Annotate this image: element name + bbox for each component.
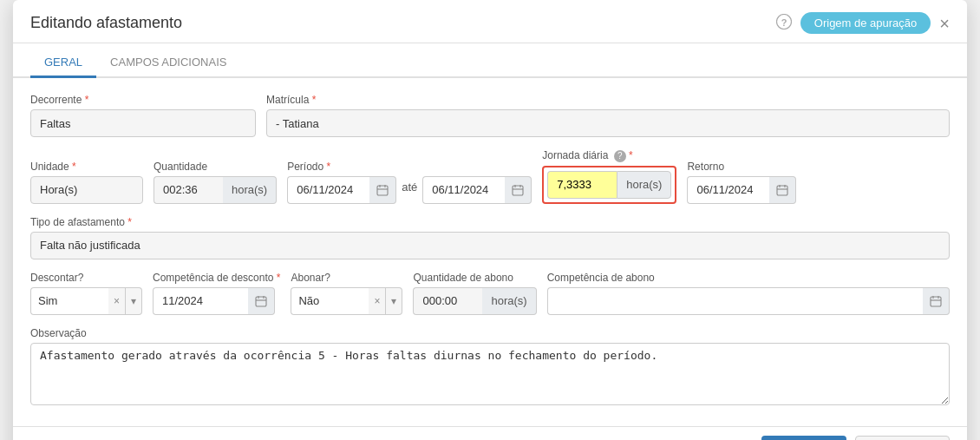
abonar-clear-button[interactable]: × (369, 287, 386, 315)
competencia-abono-input[interactable] (547, 287, 923, 315)
competencia-desconto-label: Competência de desconto (153, 272, 280, 284)
retorno-label: Retorno (687, 161, 796, 173)
jornada-addon: hora(s) (617, 171, 671, 199)
observacao-textarea[interactable] (30, 343, 950, 405)
help-icon[interactable]: ? (776, 14, 792, 33)
quantidade-input[interactable] (154, 176, 223, 204)
row-desconto: Descontar? Sim Não × ▾ Competência de de… (30, 272, 950, 315)
group-unidade: Unidade (30, 161, 143, 204)
group-qtd-abono: Quantidade de abono hora(s) (413, 272, 536, 315)
tipo-label: Tipo de afastamento (30, 216, 950, 228)
modal-editando-afastamento: Editando afastamento ? Origem de apuraçã… (13, 0, 967, 440)
qtd-abono-label: Quantidade de abono (413, 272, 536, 284)
salvar-button[interactable]: SALVAR (761, 436, 847, 441)
tab-campos-adicionais[interactable]: CAMPOS ADICIONAIS (96, 47, 240, 78)
competencia-desconto-group (153, 287, 280, 315)
row-decorrente-matricula: Decorrente Matrícula (30, 94, 950, 137)
qtd-abono-input[interactable] (413, 287, 482, 315)
tab-geral[interactable]: GERAL (30, 47, 96, 78)
qtd-abono-group: hora(s) (413, 287, 536, 315)
competencia-abono-label: Competência de abono (547, 272, 950, 284)
abonar-select[interactable]: Não Sim (291, 287, 369, 315)
modal-body: Decorrente Matrícula Unidade Quantidade … (13, 78, 967, 426)
qtd-abono-addon: hora(s) (482, 287, 536, 315)
row-tipo-afastamento: Tipo de afastamento (30, 216, 950, 259)
decorrente-label: Decorrente (30, 94, 256, 106)
header-right: ? Origem de apuração × (776, 12, 950, 34)
jornada-highlight-box: hora(s) (542, 166, 676, 204)
descontar-chevron-button[interactable]: ▾ (126, 287, 142, 315)
competencia-desconto-input[interactable] (153, 287, 248, 315)
group-jornada: Jornada diária ? hora(s) (542, 149, 676, 204)
periodo-to-calendar-icon[interactable] (505, 176, 532, 204)
periodo-to-input[interactable] (422, 176, 505, 204)
periodo-to-group (422, 176, 532, 204)
periodo-range: até (287, 176, 532, 204)
group-tipo: Tipo de afastamento (30, 216, 950, 259)
cancelar-button[interactable]: CANCELAR (855, 436, 950, 441)
group-matricula: Matrícula (266, 94, 950, 137)
periodo-label: Período (287, 161, 532, 173)
jornada-inner: hora(s) (547, 171, 671, 199)
modal-title: Editando afastamento (30, 14, 182, 32)
quantidade-addon-group: hora(s) (154, 176, 277, 204)
descontar-select[interactable]: Sim Não (30, 287, 108, 315)
descontar-clear-button[interactable]: × (108, 287, 126, 315)
decorrente-input[interactable] (30, 109, 256, 137)
competencia-desconto-calendar-icon[interactable] (248, 287, 275, 315)
periodo-from-input[interactable] (287, 176, 369, 204)
row-observacao: Observação (30, 327, 950, 405)
retorno-input[interactable] (687, 176, 769, 204)
modal-footer: SALVAR CANCELAR (13, 426, 967, 441)
group-descontar: Descontar? Sim Não × ▾ (30, 272, 142, 315)
group-periodo: Período até (287, 161, 532, 204)
group-competencia-abono: Competência de abono (547, 272, 950, 315)
unidade-label: Unidade (30, 161, 143, 173)
close-button[interactable]: × (939, 15, 950, 32)
group-quantidade: Quantidade hora(s) (154, 161, 277, 204)
modal-header: Editando afastamento ? Origem de apuraçã… (13, 0, 967, 43)
group-decorrente: Decorrente (30, 94, 256, 137)
descontar-select-group: Sim Não × ▾ (30, 287, 142, 315)
svg-rect-18 (931, 297, 941, 306)
descontar-label: Descontar? (30, 272, 142, 284)
unidade-input[interactable] (30, 176, 143, 204)
svg-rect-10 (777, 186, 787, 195)
svg-rect-6 (513, 186, 523, 195)
matricula-label: Matrícula (266, 94, 950, 106)
tab-bar: GERAL CAMPOS ADICIONAIS (13, 47, 967, 78)
observacao-label: Observação (30, 327, 950, 339)
group-observacao: Observação (30, 327, 950, 405)
origem-apuracao-button[interactable]: Origem de apuração (800, 12, 931, 34)
svg-rect-2 (377, 186, 388, 195)
retorno-group (687, 176, 796, 204)
competencia-abono-group (547, 287, 950, 315)
jornada-label: Jornada diária ? (542, 149, 676, 162)
jornada-input[interactable] (547, 171, 617, 199)
abonar-select-group: Não Sim × ▾ (291, 287, 402, 315)
periodo-from-calendar-icon[interactable] (369, 176, 396, 204)
periodo-from-group (287, 176, 396, 204)
matricula-input[interactable] (266, 109, 950, 137)
group-competencia-desconto: Competência de desconto (153, 272, 280, 315)
group-abonar: Abonar? Não Sim × ▾ (291, 272, 402, 315)
quantidade-label: Quantidade (154, 161, 277, 173)
tipo-input[interactable] (30, 232, 950, 259)
competencia-abono-calendar-icon[interactable] (923, 287, 950, 315)
quantidade-addon: hora(s) (223, 176, 277, 204)
group-retorno: Retorno (687, 161, 796, 204)
row-unidade-quantidade-periodo: Unidade Quantidade hora(s) Período (30, 149, 950, 204)
retorno-calendar-icon[interactable] (769, 176, 796, 204)
svg-rect-14 (256, 297, 266, 306)
jornada-help-icon[interactable]: ? (614, 150, 626, 162)
svg-text:?: ? (781, 16, 787, 27)
ate-label: até (402, 181, 417, 199)
abonar-chevron-button[interactable]: ▾ (386, 287, 402, 315)
abonar-label: Abonar? (291, 272, 402, 284)
